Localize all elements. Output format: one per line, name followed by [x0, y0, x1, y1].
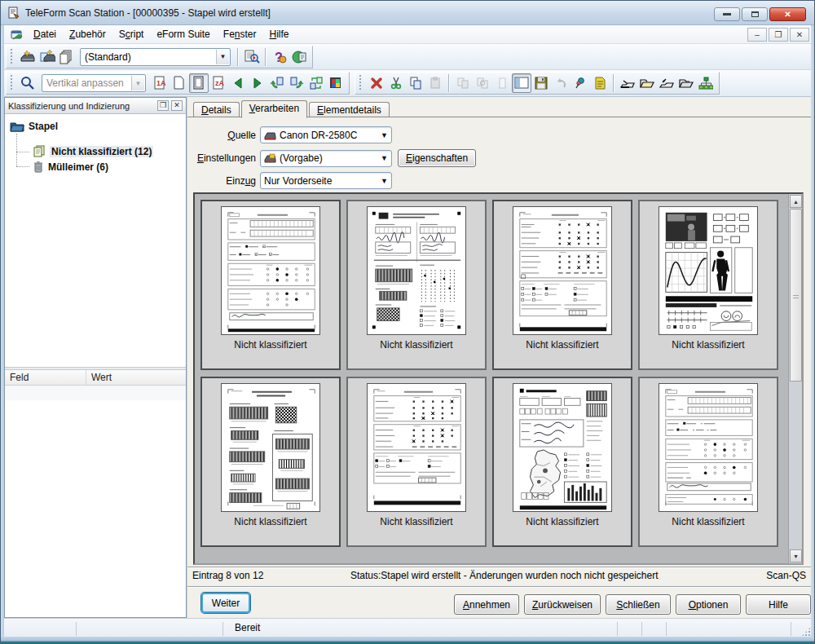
current-page-icon[interactable]: [189, 73, 209, 93]
paste-icon[interactable]: [425, 73, 445, 93]
menu-zubehoer[interactable]: Zubehör: [63, 26, 112, 42]
tab-verarbeiten[interactable]: Verarbeiten: [241, 100, 307, 118]
blank-page-icon[interactable]: [492, 73, 512, 93]
thumbnail-6[interactable]: Nicht klassifiziert: [346, 377, 487, 547]
verify-form-icon[interactable]: [242, 47, 262, 67]
chevron-down-icon[interactable]: ▼: [131, 76, 144, 90]
cut-icon[interactable]: [386, 73, 406, 93]
toolbar-grip[interactable]: [11, 49, 15, 65]
einstellungen-combobox[interactable]: (Vorgabe) ▼: [260, 150, 392, 167]
mdi-restore-button[interactable]: ❐: [769, 28, 788, 42]
scanner-tray-icon[interactable]: [618, 73, 637, 93]
close-button[interactable]: ✕: [769, 7, 806, 21]
scrollbar-thumb[interactable]: [790, 209, 802, 382]
window-frame-left: [1, 25, 4, 643]
split-view-icon[interactable]: [512, 73, 531, 93]
tab-details[interactable]: Details: [193, 102, 240, 117]
scroll-up-icon[interactable]: ▲: [790, 195, 802, 208]
float-panel-icon[interactable]: ❒: [157, 100, 169, 111]
tab-elementdetails[interactable]: Elementdetails: [309, 102, 390, 117]
thumbnail-3[interactable]: Nicht klassifiziert: [492, 200, 632, 370]
thumbnail-scrollbar[interactable]: ▲ ▼: [788, 194, 802, 563]
einzug-label: Einzug: [187, 175, 256, 187]
menu-fenster[interactable]: Fenster: [217, 26, 263, 42]
tree-root-stapel[interactable]: Stapel: [10, 121, 58, 132]
chevron-down-icon[interactable]: ▼: [216, 50, 229, 64]
schliessen-button[interactable]: Schließen: [606, 594, 671, 615]
help-icon[interactable]: ?: [270, 47, 289, 67]
column-wert[interactable]: Wert: [86, 370, 186, 385]
undo-icon[interactable]: [551, 73, 570, 93]
thumbnail-2[interactable]: Nicht klassifiziert: [346, 200, 487, 370]
open-batch-icon[interactable]: [637, 73, 657, 93]
eigenschaften-button[interactable]: Eigenschaften: [398, 149, 476, 167]
chevron-down-icon[interactable]: ▼: [381, 131, 388, 139]
column-feld[interactable]: Feld: [5, 370, 86, 385]
annehmen-button[interactable]: Annehmen: [454, 594, 519, 615]
resize-grip[interactable]: [801, 627, 811, 637]
einzug-combobox[interactable]: Nur Vorderseite ▼: [260, 172, 392, 189]
menu-eform-suite[interactable]: eForm Suite: [150, 26, 216, 42]
open-folder-icon[interactable]: [676, 73, 696, 93]
thumbnail-4[interactable]: Nicht klassifiziert: [638, 200, 778, 370]
menu-script[interactable]: Script: [112, 26, 151, 42]
rotate-180-icon[interactable]: [306, 73, 326, 93]
tree-item-nicht-klassifiziert[interactable]: Nicht klassifiziert (12): [33, 145, 153, 157]
move-pages-icon[interactable]: [453, 73, 473, 93]
scanner-tray-alt-icon[interactable]: [657, 73, 676, 93]
thumbnail-5[interactable]: Nicht klassifiziert: [200, 377, 341, 547]
menu-hilfe[interactable]: Hilfe: [263, 26, 296, 42]
hilfe-button[interactable]: Hilfe: [746, 594, 811, 615]
zurueckweisen-button[interactable]: Zurückweisen: [524, 594, 601, 615]
pin-icon[interactable]: [570, 73, 590, 93]
first-page-icon[interactable]: 1A: [150, 73, 170, 93]
scroll-down-icon[interactable]: ▼: [790, 549, 802, 562]
next-icon[interactable]: [248, 73, 267, 93]
page-preview: [513, 383, 612, 512]
sort-hierarchy-icon[interactable]: [696, 73, 716, 93]
thumbnail-1[interactable]: Nicht klassifiziert: [200, 200, 341, 370]
rotate-right-icon[interactable]: [287, 73, 306, 93]
maximize-button[interactable]: [742, 7, 768, 21]
scan-batch-icon[interactable]: [18, 47, 37, 67]
delete-icon[interactable]: [367, 73, 386, 93]
save-icon[interactable]: [531, 73, 551, 93]
duplicate-pages-icon[interactable]: [473, 73, 492, 93]
quelle-combobox[interactable]: Canon DR-2580C ▼: [260, 126, 392, 143]
thumbnail-label: Nicht klassifiziert: [380, 339, 452, 351]
thumbnail-7[interactable]: Nicht klassifiziert: [492, 377, 632, 547]
classification-panel: Klassifizierung und Indizierung ❒ ✕ Stap…: [4, 97, 187, 618]
pages-stack-icon[interactable]: [57, 47, 77, 67]
log-icon[interactable]: [590, 73, 610, 93]
quelle-value: Canon DR-2580C: [280, 130, 357, 141]
toolbar-grip[interactable]: [11, 75, 15, 91]
page-preview: [367, 383, 466, 512]
optionen-button[interactable]: Optionen: [676, 594, 741, 615]
chevron-down-icon[interactable]: ▼: [381, 177, 388, 185]
scan-new-document-icon[interactable]: [37, 47, 57, 67]
zoom-combobox[interactable]: Vertikal anpassen ▼: [42, 74, 146, 92]
batch-status-text: Status:Stapel wird erstellt - Änderungen…: [350, 570, 659, 581]
copy-icon[interactable]: [406, 73, 425, 93]
close-panel-icon[interactable]: ✕: [171, 100, 183, 111]
eform-suite-icon[interactable]: [289, 47, 309, 67]
toolbar-grip[interactable]: [359, 75, 363, 91]
color-adjust-icon[interactable]: [326, 73, 346, 93]
mdi-minimize-button[interactable]: –: [747, 28, 767, 42]
new-page-icon[interactable]: [170, 73, 189, 93]
profile-combobox[interactable]: (Standard) ▼: [80, 48, 231, 66]
menu-datei[interactable]: Datei: [27, 26, 63, 42]
zoom-value: Vertikal anpassen: [46, 77, 124, 89]
previous-icon[interactable]: [228, 73, 248, 93]
rotate-left-icon[interactable]: [267, 73, 287, 93]
chevron-down-icon[interactable]: ▼: [381, 154, 388, 162]
zoom-icon[interactable]: [18, 73, 37, 93]
minimize-button[interactable]: [714, 7, 740, 21]
page-preview: [221, 206, 320, 335]
thumbnail-8[interactable]: Nicht klassifiziert: [638, 377, 778, 547]
batch-folder-icon: [10, 121, 24, 132]
mdi-close-button[interactable]: ✕: [790, 28, 809, 42]
tree-item-muelleimer[interactable]: Mülleimer (6): [33, 161, 108, 173]
last-page-icon[interactable]: zA: [209, 73, 228, 93]
weiter-button[interactable]: Weiter: [201, 593, 250, 613]
